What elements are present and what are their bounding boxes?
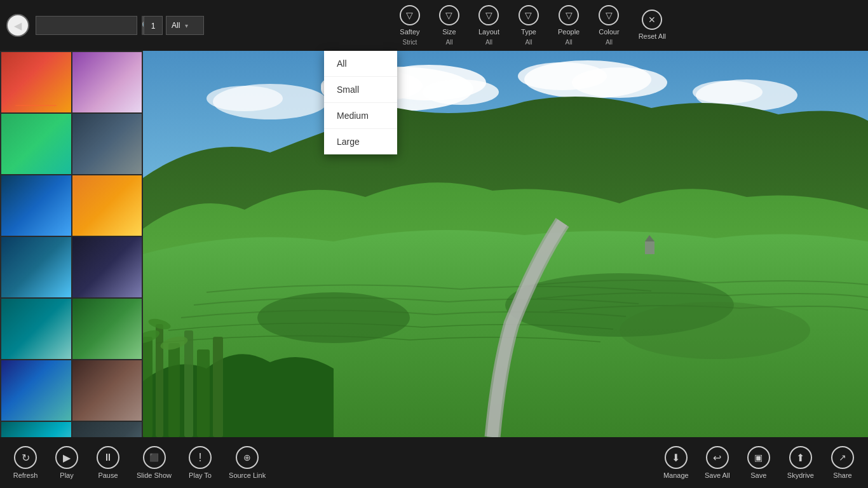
reset-label: Reset All	[639, 32, 666, 41]
filter-colour[interactable]: ▽ Colour All	[599, 5, 619, 46]
save-icon: ▣	[747, 446, 770, 469]
svg-point-9	[693, 81, 763, 104]
size-sub: All	[445, 39, 452, 46]
save-button[interactable]: ▣ Save	[740, 443, 778, 482]
svg-rect-15	[143, 337, 153, 437]
size-option-large[interactable]: Large	[324, 129, 397, 154]
pause-label: Pause	[98, 471, 118, 479]
type-filter-icon: ▽	[519, 5, 539, 25]
people-label: People	[558, 28, 580, 36]
back-button[interactable]: ◀	[6, 14, 29, 37]
play-button[interactable]: ▶ Play	[48, 443, 86, 482]
people-sub: All	[566, 39, 573, 46]
refresh-icon: ↻	[14, 446, 37, 469]
svg-point-7	[572, 67, 667, 98]
filter-people[interactable]: ▽ People All	[558, 5, 580, 46]
size-filter-icon: ▽	[439, 5, 459, 25]
thumbnail-1[interactable]	[1, 52, 71, 112]
size-dropdown-menu[interactable]: All Small Medium Large	[324, 51, 397, 154]
slideshow-button[interactable]: ⬛ Slide Show	[130, 443, 178, 482]
svg-rect-16	[156, 324, 163, 437]
manage-button[interactable]: ⬇ Manage	[657, 443, 695, 482]
share-label: Share	[833, 471, 851, 479]
refresh-button[interactable]: ↻ Refresh	[6, 443, 44, 482]
search-input[interactable]: bing wallpapers	[36, 21, 142, 30]
thumbnail-8[interactable]	[72, 237, 142, 297]
colour-label: Colour	[599, 28, 619, 36]
source-link-button[interactable]: ⊕ Source Link	[222, 443, 272, 482]
size-label: Size	[442, 28, 456, 36]
svg-rect-17	[168, 343, 180, 437]
skydrive-button[interactable]: ⬆ Skydrive	[781, 443, 820, 482]
bottom-right-tools: ⬇ Manage ↩ Save All ▣ Save ⬆ Skydrive ↗ …	[657, 443, 862, 482]
layout-filter-icon: ▽	[478, 5, 499, 25]
source-link-icon: ⊕	[236, 446, 259, 469]
colour-sub: All	[606, 39, 613, 46]
svg-rect-20	[213, 337, 223, 437]
thumbnail-14[interactable]	[72, 422, 142, 437]
thumbnail-2[interactable]	[72, 52, 142, 112]
filter-size[interactable]: ▽ Size All	[439, 5, 459, 46]
play-to-button[interactable]: ! Play To	[181, 443, 219, 482]
filter-type[interactable]: ▽ Type All	[519, 5, 539, 46]
type-label: Type	[521, 28, 536, 36]
sidebar-thumbnails	[0, 51, 143, 437]
play-to-label: Play To	[189, 471, 212, 479]
svg-rect-18	[184, 330, 193, 437]
filter-dropdown-value: All	[172, 21, 185, 30]
thumbnail-6[interactable]	[72, 175, 142, 236]
layout-sub: All	[485, 39, 492, 46]
safety-filter-icon: ▽	[400, 5, 420, 25]
skydrive-label: Skydrive	[787, 471, 814, 479]
manage-label: Manage	[663, 471, 689, 479]
main-image-area[interactable]	[143, 51, 868, 437]
share-button[interactable]: ↗ Share	[824, 443, 862, 482]
source-link-label: Source Link	[229, 471, 266, 479]
play-to-icon: !	[189, 446, 212, 469]
layout-label: Layout	[478, 28, 499, 36]
thumbnail-10[interactable]	[72, 299, 142, 359]
skydrive-icon: ⬆	[789, 446, 812, 469]
thumbnail-5[interactable]	[1, 175, 71, 236]
thumbnail-4[interactable]	[72, 114, 142, 174]
thumbnail-9[interactable]	[1, 299, 71, 359]
save-all-label: Save All	[705, 471, 730, 479]
svg-rect-24	[645, 241, 654, 254]
thumbnail-3[interactable]	[1, 114, 71, 174]
filter-icons-area: ▽ Saftey Strict ▽ Size All ▽ Layout All …	[204, 5, 862, 46]
refresh-label: Refresh	[13, 471, 38, 479]
play-icon: ▶	[55, 446, 78, 469]
manage-icon: ⬇	[665, 446, 688, 469]
size-option-medium[interactable]: Medium	[324, 103, 397, 129]
bottom-toolbar: ↻ Refresh ▶ Play ⏸ Pause ⬛ Slide Show ! …	[0, 437, 868, 488]
svg-point-14	[620, 302, 810, 359]
play-label: Play	[60, 471, 73, 479]
size-option-small[interactable]: Small	[324, 77, 397, 103]
safety-sub: Strict	[403, 39, 417, 46]
thumbnail-11[interactable]	[1, 360, 71, 421]
type-sub: All	[525, 39, 532, 46]
filter-reset[interactable]: ✕ Reset All	[639, 10, 666, 41]
main-landscape-svg	[143, 51, 868, 437]
filter-dropdown[interactable]: All ▾	[166, 16, 204, 35]
safety-label: Saftey	[400, 28, 419, 36]
people-filter-icon: ▽	[559, 5, 579, 25]
slideshow-icon: ⬛	[143, 446, 166, 469]
save-all-icon: ↩	[706, 446, 729, 469]
filter-layout[interactable]: ▽ Layout All	[478, 5, 499, 46]
page-number: 1	[144, 16, 163, 35]
pause-icon: ⏸	[97, 446, 119, 469]
thumbnail-13[interactable]	[1, 422, 71, 437]
save-all-button[interactable]: ↩ Save All	[698, 443, 736, 482]
slideshow-label: Slide Show	[137, 471, 172, 479]
search-box: bing wallpapers 🔍	[36, 16, 137, 35]
colour-filter-icon: ▽	[599, 5, 619, 25]
thumbnail-7[interactable]	[1, 237, 71, 297]
filter-safety[interactable]: ▽ Saftey Strict	[400, 5, 420, 46]
pause-button[interactable]: ⏸ Pause	[89, 443, 127, 482]
chevron-down-icon: ▾	[185, 22, 198, 29]
svg-point-12	[257, 292, 410, 343]
size-option-all[interactable]: All	[324, 51, 397, 77]
thumbnail-12[interactable]	[72, 360, 142, 421]
top-toolbar: ◀ bing wallpapers 🔍 1 All ▾ ▽ Saftey Str…	[0, 0, 868, 51]
